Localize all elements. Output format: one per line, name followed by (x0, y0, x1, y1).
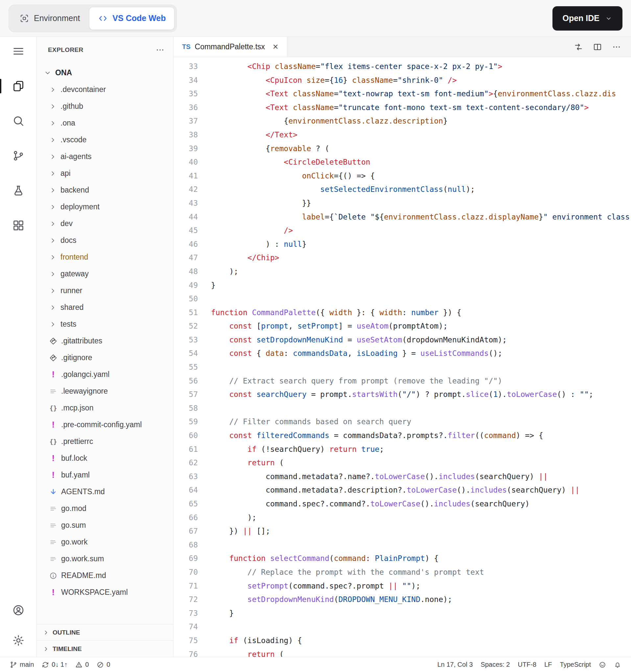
split-editor-icon[interactable] (593, 42, 602, 52)
status-bar: main0↓ 1↑00 Ln 17, Col 3Spaces: 2UTF-8LF… (0, 657, 631, 672)
tree-root-ona[interactable]: ONA (37, 65, 173, 81)
status-sync[interactable]: 0↓ 1↑ (39, 657, 71, 672)
section-timeline[interactable]: TIMELINE (37, 641, 173, 657)
tab-environment[interactable]: Environment (11, 7, 88, 30)
code-line-69: 69 function selectCommand(command: Plain… (173, 552, 631, 566)
more-actions-icon[interactable] (156, 45, 165, 54)
tree-file-go.work.sum[interactable]: go.work.sum (37, 550, 173, 567)
tree-file-.prettierrc[interactable]: {}.prettierrc (37, 433, 173, 450)
tree-folder-runner[interactable]: runner (37, 282, 173, 299)
tree-file-buf.lock[interactable]: !buf.lock (37, 450, 173, 466)
status-lf[interactable]: LF (541, 657, 555, 672)
tree-folder-api[interactable]: api (37, 165, 173, 182)
tree-folder-frontend[interactable]: frontend (37, 249, 173, 265)
line-number: 40 (173, 155, 198, 169)
close-tab-icon[interactable]: ✕ (273, 43, 278, 51)
chevron-right-icon (49, 304, 56, 311)
status-bell[interactable] (611, 657, 625, 672)
tree-folder-docs[interactable]: docs (37, 232, 173, 249)
line-number: 34 (173, 74, 198, 88)
tree-folder-dev[interactable]: dev (37, 215, 173, 232)
chevron-right-icon (49, 187, 56, 194)
code-line-47: 47 </Chip> (173, 251, 631, 265)
chevron-right-icon (49, 270, 56, 278)
tree-file-go.mod[interactable]: go.mod (37, 500, 173, 517)
tree-file-.leewayignore[interactable]: .leewayignore (37, 383, 173, 400)
yaml-bang-icon: ! (49, 470, 57, 480)
tree-folder-.devcontainer[interactable]: .devcontainer (37, 81, 173, 98)
code-line-39: 39 {removable ? ( (173, 142, 631, 156)
tree-file-.gitignore[interactable]: .gitignore (37, 349, 173, 366)
lines-icon (49, 387, 57, 395)
tree-file-go.work[interactable]: go.work (37, 534, 173, 550)
more-editor-actions-icon[interactable] (612, 42, 621, 52)
section-outline[interactable]: OUTLINE (37, 624, 173, 641)
tree-file-go.sum[interactable]: go.sum (37, 517, 173, 534)
line-number: 64 (173, 483, 198, 497)
tree-file-WORKSPACE.yaml[interactable]: !WORKSPACE.yaml (37, 584, 173, 601)
tab-commandpalette[interactable]: TS CommandPalette.tsx ✕ (173, 37, 287, 57)
status-ln-17-col-3[interactable]: Ln 17, Col 3 (434, 657, 476, 672)
chevron-right-icon (49, 203, 56, 211)
code-line-62: 62 return ( (173, 456, 631, 470)
tree-item-label: shared (61, 303, 84, 312)
code-line-55: 55 (173, 360, 631, 374)
tree-folder-tests[interactable]: tests (37, 316, 173, 333)
tree-file-.pre-commit-config.yaml[interactable]: !.pre-commit-config.yaml (37, 416, 173, 433)
activity-menu[interactable] (0, 43, 37, 59)
tree-file-.golangci.yaml[interactable]: !.golangci.yaml (37, 366, 173, 383)
activity-account[interactable] (0, 602, 37, 618)
status-error[interactable]: 0 (93, 657, 113, 672)
top-header: Environment VS Code Web Open IDE (0, 0, 631, 37)
status-utf-8[interactable]: UTF-8 (515, 657, 540, 672)
chevron-right-icon (49, 220, 56, 227)
tree-folder-shared[interactable]: shared (37, 299, 173, 316)
activity-run-debug[interactable] (0, 183, 37, 198)
status-label: 0 (107, 661, 110, 668)
chevron-right-icon (49, 237, 56, 244)
status-typescript[interactable]: TypeScript (557, 657, 594, 672)
tree-folder-deployment[interactable]: deployment (37, 198, 173, 215)
tree-folder-.github[interactable]: .github (37, 98, 173, 115)
activity-source-control[interactable] (0, 148, 37, 164)
line-number: 56 (173, 374, 198, 388)
compare-changes-icon[interactable] (574, 42, 583, 52)
tree-file-README.md[interactable]: README.md (37, 567, 173, 584)
status-git-branch[interactable]: main (6, 657, 37, 672)
line-number: 67 (173, 525, 198, 538)
explorer-sidebar: EXPLORER ONA.devcontainer.github.ona.vsc… (37, 37, 173, 657)
line-number: 66 (173, 511, 198, 525)
open-ide-button[interactable]: Open IDE (553, 6, 623, 30)
tab-vscode-web[interactable]: VS Code Web (89, 7, 174, 30)
tree-folder-backend[interactable]: backend (37, 182, 173, 198)
chevron-right-icon (49, 86, 56, 93)
tree-file-buf.yaml[interactable]: !buf.yaml (37, 466, 173, 483)
status-feedback[interactable] (595, 657, 609, 672)
activity-bar (0, 37, 37, 657)
activity-settings[interactable] (0, 632, 37, 648)
tree-folder-ai-agents[interactable]: ai-agents (37, 148, 173, 165)
tree-folder-.vscode[interactable]: .vscode (37, 131, 173, 148)
status-label: 0 (85, 661, 89, 668)
app-window: Environment VS Code Web Open IDE EXPLORE… (0, 0, 631, 672)
lines-icon (49, 505, 57, 513)
json-braces-icon: {} (49, 405, 57, 412)
tree-file-.mcp.json[interactable]: {}.mcp.json (37, 400, 173, 416)
tree-item-label: runner (61, 286, 82, 295)
tree-folder-gateway[interactable]: gateway (37, 265, 173, 282)
line-number: 48 (173, 265, 198, 279)
status-warning[interactable]: 0 (72, 657, 92, 672)
tree-file-AGENTS.md[interactable]: AGENTS.md (37, 483, 173, 500)
status-spaces-2[interactable]: Spaces: 2 (477, 657, 513, 672)
code-line-70: 70 // Replace the prompt with the comman… (173, 566, 631, 579)
tree-folder-.ona[interactable]: .ona (37, 115, 173, 131)
tree-file-.gitattributes[interactable]: .gitattributes (37, 333, 173, 349)
info-icon (49, 572, 57, 580)
code-line-50: 50 (173, 292, 631, 306)
tree-item-label: deployment (61, 202, 99, 211)
line-number: 62 (173, 456, 198, 470)
activity-explorer[interactable] (0, 78, 37, 94)
activity-search[interactable] (0, 113, 37, 129)
code-editor[interactable]: 33 <Chip className="flex items-center sp… (173, 57, 631, 657)
activity-extensions[interactable] (0, 218, 37, 233)
